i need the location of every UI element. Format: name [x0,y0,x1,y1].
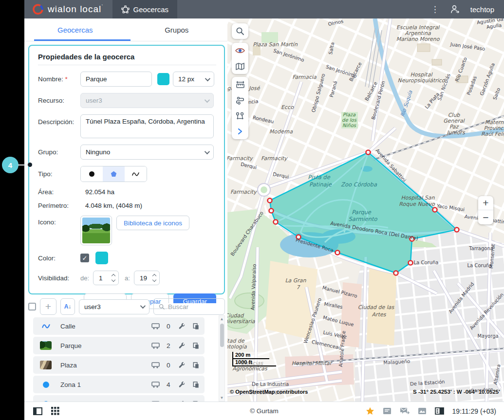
copy-icon[interactable] [192,342,200,349]
color-checkbox[interactable]: ✓ [80,254,89,262]
svg-text:Parque: Parque [352,209,372,216]
list-item-zona-2[interactable]: Zona 2 1 [33,395,205,402]
mail-icon[interactable] [400,407,410,415]
copy-icon[interactable] [192,323,200,330]
units-icon [151,342,160,349]
list-item-calle[interactable]: Calle 0 [33,317,205,335]
annotation-connector [18,164,29,165]
tab-geocercas[interactable]: Geocercas [24,18,126,41]
name-input[interactable] [80,72,152,87]
nearest-units-button[interactable] [232,108,248,124]
copyright: © Gurtam [250,407,279,415]
zoom-in-button[interactable]: + [478,196,493,210]
icon-library-button[interactable]: Biblioteca de iconos [116,216,189,230]
add-geofence-button[interactable]: + [40,298,56,315]
svg-text:Plaza San Martín: Plaza San Martín [253,41,298,48]
list-item-zona-1[interactable]: Zona 1 4 [33,376,205,393]
map-search-button[interactable] [232,23,248,39]
chevron-down-icon [205,148,210,154]
svg-text:Farmacity: Farmacity [261,155,288,162]
tab-grupos[interactable]: Grupos [126,18,228,41]
resource-label: Recurso: [38,97,80,104]
map-area[interactable]: OlmosPlaza San MartínSan JerónimoSaltaSa… [227,18,504,402]
visibility-eye-button[interactable] [232,43,248,58]
geofence-name: Parque [60,342,82,349]
search-field[interactable] [153,298,225,315]
type-polygon-button[interactable] [103,166,125,182]
app-tab-geocercas[interactable]: Geocercas [112,0,178,18]
route-button[interactable] [232,92,248,108]
list-item-plaza[interactable]: Plaza 0 [33,356,205,374]
apps-grid-icon[interactable] [51,407,59,415]
resource-filter-select[interactable]: user3 [79,299,149,314]
polygon-icon [111,171,117,177]
user-icon[interactable] [450,4,460,14]
list-scrollbar[interactable]: ▲ ▼ [219,315,225,402]
scale-imperial: 1000 ft [232,359,276,366]
group-select[interactable]: Ninguno [80,145,214,160]
units-count: 2 [167,342,171,349]
kebab-menu-icon[interactable]: ⋮ [431,5,439,14]
polyline-icon [132,171,139,177]
list-item-parque[interactable]: Parque 2 [33,337,205,354]
map-tool-controls [232,77,248,139]
fill-color-swatch[interactable] [95,252,108,264]
scroll-up-icon[interactable]: ▲ [220,317,224,321]
visibility-to-stepper[interactable]: 19 [134,271,160,285]
wrench-icon[interactable] [178,342,186,349]
map-canvas[interactable]: OlmosPlaza San MartínSan JerónimoSaltaSa… [227,18,504,402]
svg-text:Mayorga: Mayorga [477,333,498,339]
area-label: Área: [38,188,80,196]
copy-icon[interactable] [192,362,200,369]
type-point-button[interactable] [81,166,103,182]
form-title: Propiedades de la geocerca [38,51,216,65]
top-bar: wialon localˋ Geocercas ⋮ techtop [24,0,504,18]
geofence-polygon-icon [121,5,130,14]
svg-text:Pista de: Pista de [308,174,330,181]
split-view-icon[interactable] [435,407,444,415]
annotation-badge: 4 [2,157,19,173]
zoom-out-button[interactable]: − [478,210,493,224]
wrench-icon[interactable] [178,381,186,388]
park-thumbnail-icon [40,341,52,350]
line-color-swatch[interactable] [157,73,169,85]
active-tab-underline [34,39,131,41]
units-icon [151,323,160,329]
map-search-control [232,23,248,39]
wrench-icon[interactable] [178,362,186,369]
geofence-properties-form: Propiedades de la geocerca Nombre: * 12 … [28,45,225,294]
toggle-panel-icon[interactable] [33,407,42,415]
list-toolbar: + A↓ user3 [28,298,225,315]
sort-button[interactable]: A↓ [60,298,75,315]
svg-text:Farmacia: Farmacia [292,74,317,80]
type-label: Tipo: [38,170,80,178]
select-all-checkbox[interactable] [28,303,36,310]
scroll-down-icon[interactable]: ▼ [220,396,224,400]
svg-text:Sarmiento: Sarmiento [348,216,377,222]
step-down-icon[interactable] [112,278,115,282]
svg-text:Raúl Felipe: Raúl Felipe [481,131,504,137]
step-down-icon[interactable] [152,278,156,282]
copy-icon[interactable] [192,381,200,388]
ruler-button[interactable] [232,77,248,92]
geofence-icon-thumbnail[interactable] [80,216,112,245]
search-input[interactable] [168,303,220,310]
visibility-from-stepper[interactable]: 1 [93,271,119,285]
line-width-select[interactable]: 12 px [173,72,214,87]
visibility-label: Visibilidad: [38,274,80,282]
svg-text:Hospital Militar: Hospital Militar [292,360,333,366]
svg-text:Roque Nuevo: Roque Nuevo [399,201,435,207]
eye-icon [235,47,245,54]
description-textarea[interactable]: Túnel Plaza España, Córdoba, Argentina [80,114,214,138]
image-icon[interactable] [418,407,427,415]
type-line-button[interactable] [125,166,147,182]
scale-metric: 200 m [232,352,269,359]
scrollbar-thumb[interactable] [220,324,224,347]
username[interactable]: techtop [470,5,494,14]
favorites-star-icon[interactable] [366,407,374,415]
chevron-down-icon [205,97,210,102]
map-layers-button[interactable] [232,58,248,74]
expand-tools-button[interactable] [232,124,248,139]
notes-icon[interactable] [383,407,392,415]
wrench-icon[interactable] [178,323,186,330]
